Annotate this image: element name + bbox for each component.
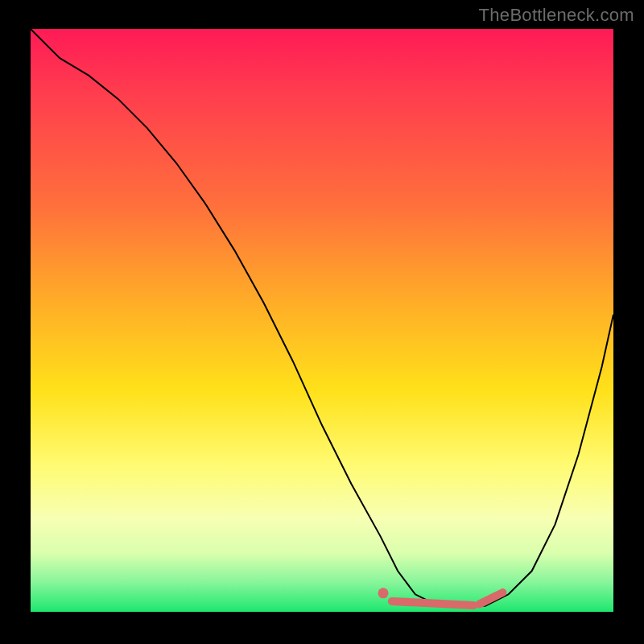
chart-frame: TheBottleneck.com [0, 0, 644, 644]
bottleneck-curve [31, 29, 613, 606]
optimal-range-marker-a [392, 601, 473, 605]
plot-area [31, 29, 613, 612]
optimal-point-marker [378, 588, 389, 598]
chart-svg [31, 29, 613, 612]
optimal-range-marker-b [479, 592, 502, 604]
watermark-text: TheBottleneck.com [479, 5, 634, 26]
